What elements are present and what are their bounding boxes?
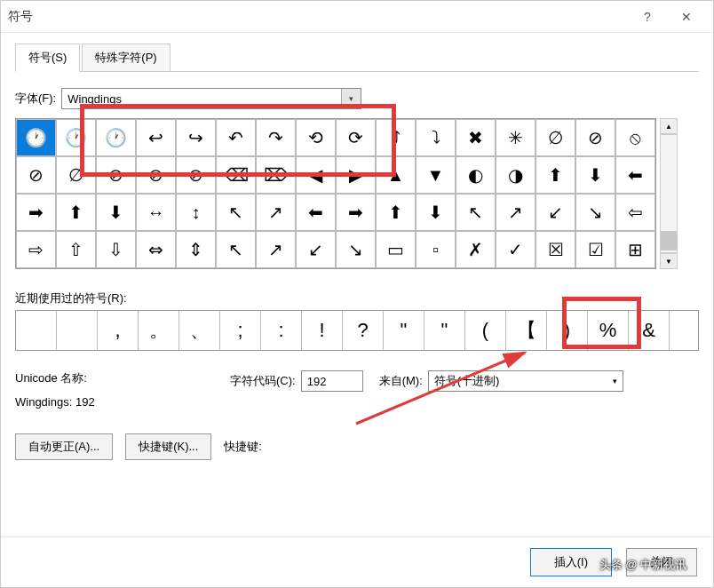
symbol-cell[interactable]: ↘ <box>336 231 376 268</box>
symbol-cell[interactable]: ↶ <box>216 119 256 156</box>
symbol-cell[interactable]: ▭ <box>376 231 416 268</box>
symbol-cell[interactable]: ◐ <box>456 156 496 194</box>
char-code-input[interactable] <box>301 370 363 392</box>
scroll-thumb[interactable] <box>661 231 677 250</box>
recent-cell[interactable]: ( <box>465 311 506 350</box>
symbol-cell[interactable]: ∅ <box>56 156 96 194</box>
symbol-cell[interactable]: ⊘ <box>96 156 136 194</box>
symbol-cell[interactable]: ⇩ <box>96 231 136 268</box>
symbol-cell[interactable]: ↙ <box>536 194 575 231</box>
recent-cell[interactable]: 【 <box>506 311 547 350</box>
tab-symbols[interactable]: 符号(S) <box>15 44 80 72</box>
autocorrect-button[interactable]: 自动更正(A)... <box>15 433 113 460</box>
scroll-down-icon[interactable]: ▼ <box>660 253 678 269</box>
symbol-cell[interactable]: ⬆ <box>536 156 575 194</box>
recent-cell[interactable]: 。 <box>139 311 179 350</box>
symbol-cell[interactable]: ⇦ <box>615 194 655 231</box>
symbol-cell[interactable]: ↗ <box>256 194 296 231</box>
shortcut-button[interactable]: 快捷键(K)... <box>125 433 211 460</box>
symbol-cell[interactable]: ▼ <box>416 156 456 194</box>
recent-cell[interactable]: : <box>261 311 302 350</box>
symbol-cell[interactable]: ↕ <box>176 194 216 231</box>
symbol-cell[interactable]: ⤵ <box>416 119 456 156</box>
symbol-cell[interactable]: ◑ <box>496 156 536 194</box>
symbol-cell[interactable]: ➡ <box>16 194 56 231</box>
font-label: 字体(F): <box>15 91 56 107</box>
recent-cell[interactable]: ? <box>343 311 384 350</box>
recent-cell[interactable]: ; <box>220 311 261 350</box>
symbol-cell[interactable]: ↩ <box>136 119 176 156</box>
recent-cell[interactable]: 、 <box>179 311 220 350</box>
symbol-cell[interactable]: ➡ <box>336 194 376 231</box>
symbol-cell[interactable]: ☒ <box>536 231 575 268</box>
symbol-cell[interactable]: ✖ <box>456 119 496 156</box>
symbol-cell[interactable]: ⬇ <box>575 156 615 194</box>
chevron-down-icon[interactable]: ▾ <box>341 89 361 108</box>
symbol-cell[interactable]: ⊘ <box>136 156 176 194</box>
symbol-cell[interactable]: ⟲ <box>296 119 336 156</box>
symbol-cell[interactable]: ▲ <box>376 156 416 194</box>
symbol-cell[interactable]: ⇕ <box>176 231 216 268</box>
symbol-cell[interactable]: ⇔ <box>136 231 176 268</box>
recent-cell[interactable] <box>57 311 98 350</box>
symbol-cell[interactable]: ↖ <box>216 194 256 231</box>
symbol-cell[interactable]: ⊘ <box>16 156 56 194</box>
symbol-cell[interactable]: 🕐 <box>16 119 56 156</box>
symbol-cell[interactable]: ⇧ <box>56 231 96 268</box>
symbol-cell[interactable]: 🕐 <box>56 119 96 156</box>
recent-cell[interactable]: " <box>384 311 424 350</box>
symbol-cell[interactable]: ▶ <box>336 156 376 194</box>
recent-cell[interactable]: , <box>98 311 139 350</box>
grid-scrollbar[interactable]: ▲ ▼ <box>660 118 678 269</box>
symbol-cell[interactable]: ↗ <box>256 231 296 268</box>
symbol-cell[interactable]: 🕐 <box>96 119 136 156</box>
recent-cell[interactable]: & <box>629 311 670 350</box>
symbol-cell[interactable]: ↖ <box>216 231 256 268</box>
scroll-track[interactable] <box>660 134 678 253</box>
symbol-cell[interactable]: ☑ <box>575 231 615 268</box>
recent-cell[interactable]: ) <box>547 311 588 350</box>
scroll-up-icon[interactable]: ▲ <box>660 118 678 134</box>
from-select[interactable]: 符号(十进制) ▾ <box>428 370 623 392</box>
symbol-cell[interactable]: ✳ <box>496 119 536 156</box>
symbol-cell[interactable]: ✗ <box>456 231 496 268</box>
titlebar: 符号 ? ✕ <box>1 1 713 33</box>
recent-cell[interactable]: " <box>424 311 465 350</box>
symbol-cell[interactable]: ↘ <box>575 194 615 231</box>
symbol-cell[interactable]: ⌫ <box>216 156 256 194</box>
symbol-cell[interactable]: ⬇ <box>96 194 136 231</box>
recent-cell[interactable]: % <box>588 311 629 350</box>
symbol-cell[interactable]: ⤴ <box>376 119 416 156</box>
font-input[interactable] <box>62 92 341 106</box>
recent-cell[interactable]: ! <box>302 311 343 350</box>
symbol-cell[interactable]: ↖ <box>456 194 496 231</box>
symbol-cell[interactable]: ⟳ <box>336 119 376 156</box>
symbol-cell[interactable]: ⌦ <box>256 156 296 194</box>
symbol-cell[interactable]: ↙ <box>296 231 336 268</box>
symbol-cell[interactable]: ⬆ <box>376 194 416 231</box>
symbol-cell[interactable]: ⬅ <box>615 156 655 194</box>
symbol-cell[interactable]: ↷ <box>256 119 296 156</box>
symbol-cell[interactable]: ↪ <box>176 119 216 156</box>
symbol-cell[interactable]: ✓ <box>496 231 536 268</box>
tab-special[interactable]: 特殊字符(P) <box>82 44 170 71</box>
symbol-cell[interactable]: ⊞ <box>615 231 655 268</box>
symbol-cell[interactable]: ◀ <box>296 156 336 194</box>
recent-cell[interactable] <box>16 311 57 350</box>
symbol-cell[interactable]: ⊘ <box>575 119 615 156</box>
symbol-cell[interactable]: ⊘ <box>176 156 216 194</box>
symbol-cell[interactable]: ▫ <box>416 231 456 268</box>
symbol-cell[interactable]: ⬅ <box>296 194 336 231</box>
symbol-cell[interactable]: ⬆ <box>56 194 96 231</box>
close-button[interactable]: ✕ <box>667 4 706 30</box>
symbol-cell[interactable]: ∅ <box>536 119 575 156</box>
cancel-button[interactable]: 关闭 <box>626 548 697 576</box>
symbol-cell[interactable]: ⦸ <box>615 119 655 156</box>
symbol-cell[interactable]: ⬇ <box>416 194 456 231</box>
font-select[interactable]: ▾ <box>61 88 361 109</box>
help-button[interactable]: ? <box>628 4 667 30</box>
symbol-cell[interactable]: ↗ <box>496 194 536 231</box>
symbol-cell[interactable]: ⇨ <box>16 231 56 268</box>
symbol-cell[interactable]: ↔ <box>136 194 176 231</box>
insert-button[interactable]: 插入(I) <box>530 548 612 576</box>
